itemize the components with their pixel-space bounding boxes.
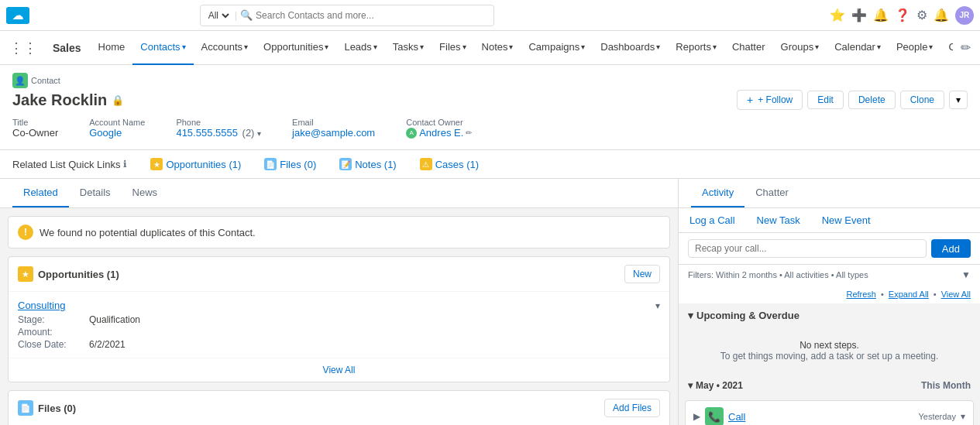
contact-name-row: Jake Rocklin 🔒 + + Follow Edit Delete Cl… bbox=[12, 90, 968, 110]
opportunity-row: Consulting ▾ Stage: Qualification Amount… bbox=[9, 292, 669, 358]
add-button[interactable]: Add bbox=[931, 239, 971, 258]
phone-count: (2) bbox=[242, 127, 255, 139]
contact-header: 👤 Contact Jake Rocklin 🔒 + + Follow Edit… bbox=[0, 65, 980, 150]
star-icon[interactable]: ⭐ bbox=[830, 8, 845, 22]
chevron-down-icon: ▾ bbox=[182, 43, 186, 51]
opportunities-view-all[interactable]: View All bbox=[9, 358, 669, 382]
salesforce-logo: ☁ bbox=[6, 7, 29, 24]
contact-actions: + + Follow Edit Delete Clone ▾ bbox=[737, 90, 968, 110]
upcoming-overdue-section[interactable]: ▾ Upcoming & Overdue bbox=[679, 303, 980, 327]
files-section-header: 📄 Files (0) Add Files bbox=[9, 391, 669, 425]
chevron-down-icon: ▾ bbox=[656, 43, 660, 51]
call-item-header: ▶ 📞 Call Yesterday ▾ bbox=[693, 407, 965, 425]
month-header: ▾ May • 2021 This Month bbox=[679, 374, 980, 397]
search-input[interactable] bbox=[253, 10, 489, 21]
filter-text: Filters: Within 2 months • All activitie… bbox=[688, 270, 868, 279]
follow-button[interactable]: + + Follow bbox=[737, 90, 803, 110]
nav-files[interactable]: Files▾ bbox=[432, 31, 473, 65]
call-name-link[interactable]: Call bbox=[728, 411, 913, 423]
chevron-down-icon: ▾ bbox=[257, 129, 261, 138]
log-call-button[interactable]: Log a Call bbox=[679, 208, 746, 232]
top-nav-icons: ⭐ ➕ 🔔 ❓ ⚙ 🔔 JR bbox=[830, 6, 974, 25]
quick-links-bar: Related List Quick Links ℹ ★ Opportuniti… bbox=[0, 150, 980, 179]
owner-link[interactable]: Andres E. bbox=[419, 127, 463, 139]
refresh-link[interactable]: Refresh bbox=[846, 290, 876, 299]
chevron-down-icon: ▾ bbox=[929, 43, 933, 51]
user-avatar[interactable]: JR bbox=[955, 6, 974, 25]
chevron-down-icon: ▾ bbox=[373, 43, 377, 51]
expand-all-link[interactable]: Expand All bbox=[889, 290, 929, 299]
nav-contacts[interactable]: Contacts▾ bbox=[132, 31, 193, 65]
more-actions-dropdown[interactable]: ▾ bbox=[949, 91, 968, 109]
owner-edit-icon[interactable]: ✏ bbox=[466, 129, 472, 137]
clone-button[interactable]: Clone bbox=[900, 91, 944, 109]
nav-home[interactable]: Home bbox=[91, 31, 133, 65]
tab-news[interactable]: News bbox=[122, 179, 169, 207]
chevron-down-icon[interactable]: ▾ bbox=[655, 300, 660, 311]
nav-people[interactable]: People▾ bbox=[889, 31, 940, 65]
email-link[interactable]: jake@sample.com bbox=[292, 127, 375, 139]
filter-links-row: Refresh • Expand All • View All bbox=[679, 285, 980, 303]
nav-campaigns[interactable]: Campaigns▾ bbox=[521, 31, 593, 65]
view-all-link[interactable]: View All bbox=[941, 290, 971, 299]
tab-activity[interactable]: Activity bbox=[691, 179, 744, 207]
nav-dashboards[interactable]: Dashboards▾ bbox=[593, 31, 668, 65]
new-event-button[interactable]: New Event bbox=[811, 208, 882, 232]
nav-tasks[interactable]: Tasks▾ bbox=[385, 31, 432, 65]
app-grid-icon[interactable]: ⋮⋮ bbox=[3, 39, 43, 57]
edit-nav-icon[interactable]: ✏ bbox=[954, 40, 977, 55]
main-layout: Related Details News ! We found no poten… bbox=[0, 179, 980, 425]
expand-icon[interactable]: ▶ bbox=[693, 411, 700, 422]
nav-chatter[interactable]: Chatter bbox=[724, 31, 773, 65]
quick-link-cases[interactable]: ⚠ Cases (1) bbox=[420, 158, 479, 170]
warning-icon: ! bbox=[18, 224, 33, 240]
opportunity-details: Stage: Qualification Amount: Close Date:… bbox=[18, 314, 660, 350]
quick-link-files[interactable]: 📄 Files (0) bbox=[264, 158, 316, 170]
files-section-title: Files (0) bbox=[38, 403, 600, 414]
chevron-down-icon: ▾ bbox=[713, 43, 717, 51]
phone-link[interactable]: 415.555.5555 bbox=[176, 127, 238, 139]
nav-reports[interactable]: Reports▾ bbox=[668, 31, 724, 65]
phone-field: Phone 415.555.5555 (2) ▾ bbox=[176, 118, 261, 139]
new-task-button[interactable]: New Task bbox=[746, 208, 811, 232]
plus-icon[interactable]: ➕ bbox=[851, 8, 867, 22]
app-navigation: ⋮⋮ Sales Home Contacts▾ Accounts▾ Opport… bbox=[0, 31, 980, 65]
filter-row: Filters: Within 2 months • All activitie… bbox=[679, 265, 980, 285]
files-icon: 📄 bbox=[264, 158, 277, 170]
opportunity-link[interactable]: Consulting bbox=[18, 300, 65, 311]
files-add-button[interactable]: Add Files bbox=[604, 399, 660, 417]
gear-icon[interactable]: ⚙ bbox=[916, 8, 927, 22]
call-icon: 📞 bbox=[705, 407, 724, 425]
nav-accounts[interactable]: Accounts▾ bbox=[194, 31, 256, 65]
quick-link-notes[interactable]: 📝 Notes (1) bbox=[339, 158, 396, 170]
search-filter-select[interactable]: All bbox=[205, 9, 232, 22]
left-tabs-bar: Related Details News bbox=[0, 179, 678, 208]
delete-button[interactable]: Delete bbox=[848, 91, 896, 109]
app-name: Sales bbox=[45, 42, 89, 54]
nav-notes[interactable]: Notes▾ bbox=[474, 31, 521, 65]
nav-opportunities[interactable]: Opportunities▾ bbox=[256, 31, 336, 65]
nav-leads[interactable]: Leads▾ bbox=[336, 31, 384, 65]
notifications-icon[interactable]: 🔔 bbox=[934, 8, 949, 22]
recap-input[interactable] bbox=[688, 239, 927, 258]
chevron-down-icon: ▾ bbox=[815, 43, 819, 51]
opportunities-icon: ★ bbox=[150, 158, 163, 170]
edit-button[interactable]: Edit bbox=[807, 91, 844, 109]
files-section: 📄 Files (0) Add Files ⬆ Upload Files Or … bbox=[8, 390, 670, 425]
nav-groups[interactable]: Groups▾ bbox=[773, 31, 827, 65]
call-dropdown-icon[interactable]: ▾ bbox=[961, 411, 965, 422]
account-link[interactable]: Google bbox=[89, 127, 145, 139]
nav-calendar[interactable]: Calendar▾ bbox=[827, 31, 889, 65]
tab-related[interactable]: Related bbox=[12, 179, 69, 207]
tab-details[interactable]: Details bbox=[69, 179, 122, 207]
opportunities-new-button[interactable]: New bbox=[624, 265, 660, 283]
filter-icon[interactable]: ▼ bbox=[961, 269, 971, 280]
bell-icon[interactable]: 🔔 bbox=[873, 8, 889, 22]
nav-cases[interactable]: Cases▾ bbox=[940, 31, 953, 65]
tab-chatter[interactable]: Chatter bbox=[744, 179, 799, 207]
no-steps-area: No next steps. To get things moving, add… bbox=[679, 327, 980, 374]
chevron-down-icon: ▾ bbox=[325, 43, 328, 51]
duplicate-notice-card: ! We found no potential duplicates of th… bbox=[8, 216, 670, 248]
quick-link-opportunities[interactable]: ★ Opportunities (1) bbox=[150, 158, 241, 170]
question-icon[interactable]: ❓ bbox=[895, 8, 910, 22]
